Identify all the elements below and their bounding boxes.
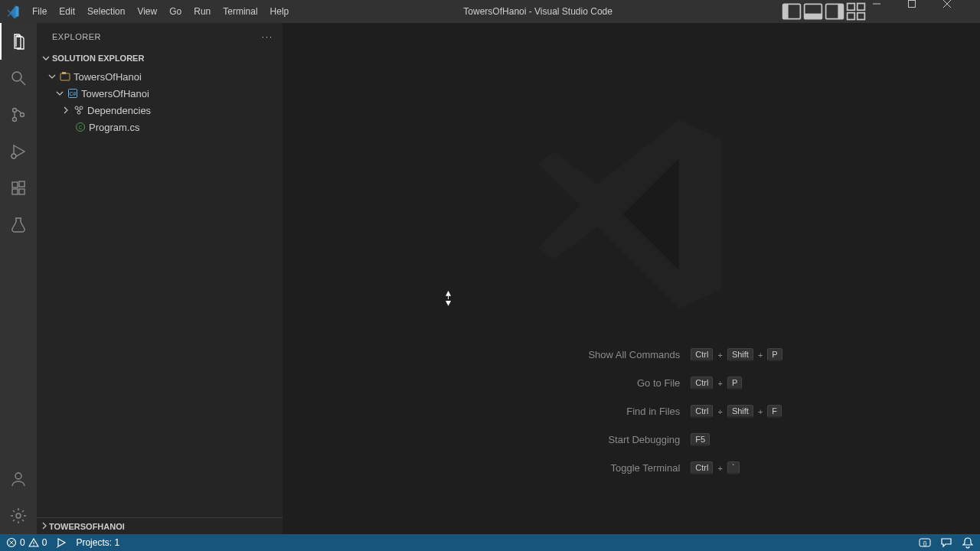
menu-view[interactable]: View <box>131 0 163 23</box>
cmd-toggle-terminal: Toggle Terminal Ctrl+ ` <box>481 461 782 474</box>
key: Ctrl <box>691 405 713 418</box>
activity-accounts[interactable] <box>0 461 37 497</box>
svg-rect-21 <box>12 189 18 194</box>
svg-text:{}: {} <box>923 540 927 546</box>
menu-bar: File Edit Selection View Go Run Terminal… <box>26 0 295 23</box>
svg-rect-5 <box>838 4 843 18</box>
svg-point-24 <box>15 473 21 479</box>
activity-run-debug[interactable] <box>0 133 37 170</box>
toggle-primary-sidebar-icon[interactable] <box>781 0 802 23</box>
close-button[interactable] <box>943 0 978 23</box>
svg-text:C#: C# <box>70 91 77 96</box>
chevron-right-icon <box>40 521 49 532</box>
svg-rect-11 <box>909 1 916 8</box>
menu-run[interactable]: Run <box>188 0 217 23</box>
sidebar-title: EXPLORER <box>52 32 101 41</box>
svg-point-39 <box>33 545 34 546</box>
svg-point-25 <box>16 514 21 518</box>
status-csharp-icon[interactable]: {} <box>919 536 931 549</box>
activity-settings[interactable] <box>0 497 37 534</box>
svg-point-17 <box>13 118 17 122</box>
svg-rect-20 <box>12 182 18 187</box>
svg-rect-8 <box>848 13 855 20</box>
key: Shift <box>727 348 753 361</box>
csharp-file-icon: C <box>74 122 87 132</box>
svg-rect-3 <box>805 14 822 19</box>
maximize-button[interactable] <box>908 0 943 23</box>
menu-file[interactable]: File <box>26 0 53 23</box>
status-debug-target[interactable] <box>56 537 67 548</box>
section-title: TOWERSOFHANOI <box>49 522 125 531</box>
title-bar: File Edit Selection View Go Run Terminal… <box>0 0 980 23</box>
key: ` <box>727 461 740 474</box>
cmd-keys: Ctrl+ ` <box>691 461 739 474</box>
dependencies-icon <box>72 105 86 116</box>
cmd-keys: Ctrl+ Shift+ P <box>691 348 782 361</box>
vscode-logo-icon <box>0 5 26 18</box>
svg-point-14 <box>12 72 21 81</box>
status-bar: 0 0 Projects: 1 {} <box>0 534 980 551</box>
status-notifications-icon[interactable] <box>962 536 974 549</box>
tree-solution[interactable]: TowersOfHanoi <box>37 68 283 85</box>
menu-edit[interactable]: Edit <box>53 0 81 23</box>
tree-label: Program.cs <box>89 122 139 133</box>
activity-testing[interactable] <box>0 207 37 243</box>
solution-icon <box>58 71 72 82</box>
cmd-label: Toggle Terminal <box>481 462 680 474</box>
key: Ctrl <box>691 461 713 474</box>
activity-bar <box>0 23 37 534</box>
key: F5 <box>691 433 710 446</box>
sidebar: EXPLORER ··· SOLUTION EXPLORER TowersOfH… <box>37 23 283 534</box>
cmd-label: Go to File <box>481 377 680 389</box>
menu-selection[interactable]: Selection <box>81 0 131 23</box>
key: P <box>767 348 782 361</box>
toggle-panel-icon[interactable] <box>802 0 824 23</box>
activity-search[interactable] <box>0 60 37 96</box>
cmd-keys: F5 <box>691 433 710 446</box>
window-title: TowersOfHanoi - Visual Studio Code <box>295 6 781 17</box>
cmd-show-all-commands: Show All Commands Ctrl+ Shift+ P <box>481 348 782 361</box>
tree-project[interactable]: C# TowersOfHanoi <box>37 85 283 102</box>
status-problems[interactable]: 0 0 <box>6 537 47 548</box>
svg-point-16 <box>13 109 17 112</box>
cmd-label: Start Debugging <box>481 434 680 445</box>
cmd-start-debugging: Start Debugging F5 <box>481 433 782 446</box>
svg-rect-1 <box>783 4 789 18</box>
svg-point-19 <box>11 154 16 158</box>
status-projects-label: Projects: 1 <box>76 537 119 548</box>
sidebar-header: EXPLORER ··· <box>37 23 283 50</box>
status-feedback-icon[interactable] <box>940 536 952 549</box>
solution-tree: TowersOfHanoi C# TowersOfHanoi Dependenc… <box>37 67 283 517</box>
activity-explorer[interactable] <box>0 23 37 60</box>
workbench: EXPLORER ··· SOLUTION EXPLORER TowersOfH… <box>0 23 980 534</box>
svg-rect-27 <box>62 72 66 74</box>
status-error-count: 0 <box>20 537 25 548</box>
status-projects[interactable]: Projects: 1 <box>76 537 119 548</box>
cmd-keys: Ctrl+ P <box>691 377 742 390</box>
tree-label: Dependencies <box>87 105 151 116</box>
svg-line-15 <box>21 80 25 85</box>
menu-terminal[interactable]: Terminal <box>217 0 263 23</box>
status-warning-count: 0 <box>42 537 47 548</box>
cmd-find-in-files: Find in Files Ctrl+ Shift+ F <box>481 405 782 418</box>
key: Ctrl <box>691 377 713 390</box>
resize-cursor-icon: ▴▾ <box>446 289 451 306</box>
tree-label: TowersOfHanoi <box>74 71 142 83</box>
tree-file-program[interactable]: C Program.cs <box>37 119 283 135</box>
key: Shift <box>727 405 753 418</box>
svg-rect-9 <box>858 13 865 20</box>
menu-go[interactable]: Go <box>163 0 188 23</box>
activity-extensions[interactable] <box>0 170 37 207</box>
svg-rect-22 <box>19 189 24 194</box>
menu-help[interactable]: Help <box>264 0 296 23</box>
customize-layout-icon[interactable] <box>845 0 867 23</box>
section-solution-explorer[interactable]: SOLUTION EXPLORER <box>37 50 283 67</box>
sidebar-more-icon[interactable]: ··· <box>262 32 273 41</box>
chevron-right-icon <box>60 106 72 115</box>
minimize-button[interactable] <box>873 0 908 23</box>
key: P <box>727 377 742 390</box>
toggle-secondary-sidebar-icon[interactable] <box>824 0 845 23</box>
section-workspace-folder[interactable]: TOWERSOFHANOI <box>37 517 283 534</box>
tree-dependencies[interactable]: Dependencies <box>37 102 283 119</box>
activity-source-control[interactable] <box>0 96 37 133</box>
